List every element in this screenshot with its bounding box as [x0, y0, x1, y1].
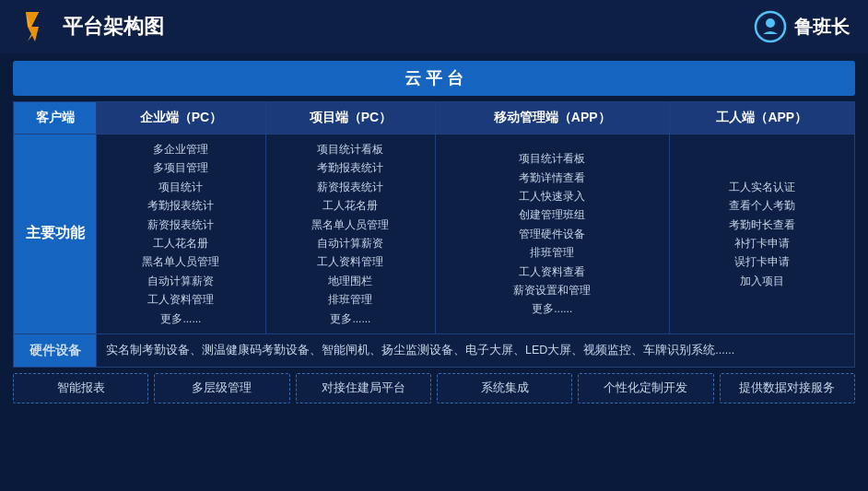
bottom-feature-4: 个性化定制开发	[578, 373, 713, 403]
brand-name: 鲁班长	[794, 15, 850, 40]
header-left: 平台架构图	[18, 10, 164, 43]
worker-features: 工人实名认证 查看个人考勤 考勤时长查看 补打卡申请 误打卡申请 加入项目	[669, 134, 854, 334]
row-label-main-func: 主要功能	[14, 134, 97, 334]
worker-item-2: 查看个人考勤	[674, 196, 850, 215]
col-header-enterprise: 企业端（PC）	[97, 102, 266, 134]
svg-point-3	[766, 18, 775, 28]
project-item-1: 项目统计看板	[270, 140, 431, 158]
col-header-worker: 工人端（APP）	[669, 102, 854, 134]
hardware-row: 硬件设备 实名制考勤设备、测温健康码考勤设备、智能闸机、扬尘监测设备、电子大屏、…	[14, 333, 855, 367]
project-item-4: 工人花名册	[270, 196, 431, 215]
mobile-features: 项目统计看板 考勤详情查看 工人快速录入 创建管理班组 管理硬件设备 排班管理 …	[435, 134, 669, 334]
mobile-item-2: 考勤详情查看	[440, 169, 665, 187]
enterprise-item-5: 薪资报表统计	[100, 216, 262, 234]
cloud-platform-banner: 云 平 台	[13, 61, 855, 96]
worker-item-1: 工人实名认证	[674, 178, 850, 196]
project-item-7: 工人资料管理	[270, 252, 431, 271]
mobile-item-8: 薪资设置和管理	[440, 281, 665, 299]
brand-logo: 鲁班长	[754, 10, 850, 43]
project-item-2: 考勤报表统计	[270, 158, 431, 177]
main-content: 云 平 台 客户端 企业端（PC） 项目端（PC） 移动管理端（APP） 工人端…	[0, 53, 868, 411]
mobile-item-5: 管理硬件设备	[440, 225, 665, 243]
col-header-client: 客户端	[14, 102, 97, 134]
enterprise-item-6: 工人花名册	[100, 234, 262, 252]
column-headers-row: 客户端 企业端（PC） 项目端（PC） 移动管理端（APP） 工人端（APP）	[14, 102, 855, 134]
header: 平台架构图 鲁班长	[0, 0, 868, 53]
page-title: 平台架构图	[63, 13, 164, 41]
bottom-feature-5: 提供数据对接服务	[720, 373, 855, 403]
bottom-feature-2: 对接住建局平台	[296, 373, 431, 403]
project-features: 项目统计看板 考勤报表统计 薪资报表统计 工人花名册 黑名单人员管理 自动计算薪…	[265, 134, 435, 334]
project-item-10: 更多......	[270, 310, 431, 328]
enterprise-item-2: 多项目管理	[100, 158, 262, 177]
logo-icon	[18, 10, 52, 43]
project-item-3: 薪资报表统计	[270, 178, 431, 196]
architecture-table: 客户端 企业端（PC） 项目端（PC） 移动管理端（APP） 工人端（APP） …	[13, 101, 855, 368]
svg-marker-1	[26, 12, 39, 41]
hardware-desc: 实名制考勤设备、测温健康码考勤设备、智能闸机、扬尘监测设备、电子大屏、LED大屏…	[97, 333, 855, 367]
bottom-feature-1: 多层级管理	[154, 373, 289, 403]
project-item-9: 排班管理	[270, 290, 431, 309]
enterprise-item-10: 更多......	[100, 310, 262, 328]
mobile-item-1: 项目统计看板	[440, 149, 665, 168]
mobile-item-7: 工人资料查看	[440, 263, 665, 281]
enterprise-item-7: 黑名单人员管理	[100, 252, 262, 271]
enterprise-item-3: 项目统计	[100, 178, 262, 196]
mobile-item-9: 更多......	[440, 299, 665, 318]
row-label-hardware: 硬件设备	[14, 333, 97, 367]
enterprise-item-8: 自动计算薪资	[100, 272, 262, 290]
enterprise-features: 多企业管理 多项目管理 项目统计 考勤报表统计 薪资报表统计 工人花名册 黑名单…	[97, 134, 266, 334]
project-item-8: 地理围栏	[270, 272, 431, 290]
bottom-feature-0: 智能报表	[13, 373, 148, 403]
project-item-5: 黑名单人员管理	[270, 216, 431, 234]
enterprise-item-1: 多企业管理	[100, 140, 262, 158]
brand-icon	[754, 10, 787, 43]
col-header-mobile: 移动管理端（APP）	[435, 102, 669, 134]
worker-item-4: 补打卡申请	[674, 234, 850, 252]
mobile-item-6: 排班管理	[440, 243, 665, 262]
enterprise-item-9: 工人资料管理	[100, 290, 262, 309]
mobile-item-3: 工人快速录入	[440, 187, 665, 205]
worker-item-3: 考勤时长查看	[674, 216, 850, 234]
mobile-item-4: 创建管理班组	[440, 205, 665, 224]
project-item-6: 自动计算薪资	[270, 234, 431, 252]
col-header-project: 项目端（PC）	[265, 102, 435, 134]
bottom-features: 智能报表 多层级管理 对接住建局平台 系统集成 个性化定制开发 提供数据对接服务	[13, 373, 855, 403]
bottom-feature-3: 系统集成	[437, 373, 572, 403]
worker-item-5: 误打卡申请	[674, 252, 850, 271]
worker-item-6: 加入项目	[674, 272, 850, 290]
enterprise-item-4: 考勤报表统计	[100, 196, 262, 215]
main-functions-row: 主要功能 多企业管理 多项目管理 项目统计 考勤报表统计 薪资报表统计 工人花名…	[14, 134, 855, 334]
